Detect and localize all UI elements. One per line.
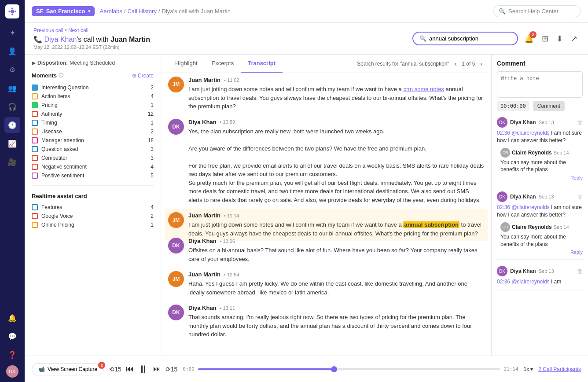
nav-chat-icon[interactable]: 💬 [4,328,20,344]
moment-checkbox[interactable] [32,173,38,179]
moment-count: 4 [151,93,154,99]
chevron-down-icon: ▾ [530,366,533,372]
forward-15-button[interactable]: ⟳15 [165,366,178,373]
pause-button[interactable]: ⏸ [138,363,149,375]
comment-delete-button[interactable]: 🗑 [577,193,583,200]
prev-call-link[interactable]: Previous call [33,27,63,33]
moment-checkbox[interactable] [32,213,38,219]
moment-checkbox[interactable] [32,137,38,143]
comment-date: Sep 13 [539,268,554,274]
realtime-item-features[interactable]: Features 4 [32,203,154,212]
nav-sparkle-icon[interactable]: ✦ [4,25,20,40]
moment-count: 2 [151,213,154,219]
breadcrumb-aerolabs[interactable]: Aerolabs [100,8,122,15]
skip-to-start-button[interactable]: ⏮ [126,364,134,374]
call-search-input[interactable] [429,35,511,42]
moments-title: Moments ⓘ [32,72,63,79]
participants-button[interactable]: 2 Call Participants [538,366,581,372]
moment-item-manager-attention[interactable]: Manager attention 18 [32,136,154,145]
comment-panel-title: Comment [497,60,583,67]
tab-excerpts[interactable]: Excerpts [205,55,241,73]
moment-count: 4 [151,204,154,210]
moment-checkbox[interactable] [32,129,38,135]
comment-delete-button[interactable]: 🗑 [577,119,583,126]
call-search-box[interactable]: 🔍 [412,32,518,45]
reply-button[interactable]: Reply [500,250,583,255]
help-search-box[interactable]: 🔍 Search Help Center [493,5,581,17]
moment-checkbox[interactable] [32,102,38,108]
user-avatar[interactable]: DK [6,365,18,378]
screen-capture-button[interactable]: 📹 View Screen Capture 2 [32,363,104,375]
svg-point-3 [8,11,10,12]
next-result-button[interactable]: › [478,59,484,68]
moment-item-authority[interactable]: Authority 12 [32,110,154,118]
nav-video-icon[interactable]: 🎥 [4,154,20,170]
moment-label: Positive sentiment [41,173,147,179]
skip-to-end-button[interactable]: ⏭ [153,364,161,374]
moment-checkbox[interactable] [32,222,38,228]
nav-bell-icon[interactable]: 🔔 [4,310,20,326]
moment-item-timing[interactable]: Timing 1 [32,118,154,127]
comment-timestamp-link[interactable]: 02:36 [497,204,510,210]
nav-headset-icon[interactable]: 🎧 [4,99,20,114]
app-logo[interactable] [5,4,19,18]
play-icon: ▶ [32,60,36,66]
tab-highlight[interactable]: Highlight [168,55,205,73]
moment-item-question-asked[interactable]: Question asked 3 [32,145,154,154]
comment-timestamp-link[interactable]: 02:36 [497,130,510,136]
create-moment-button[interactable]: ⊕ Create [132,73,154,79]
nav-settings-icon[interactable]: ⚙ [4,62,20,77]
nav-team-icon[interactable]: 👥 [4,80,20,96]
moment-checkbox[interactable] [32,120,38,126]
reply-button[interactable]: Reply [500,175,583,180]
progress-bar[interactable] [198,368,500,370]
message-time: • 11:02 [224,77,239,83]
callee-name: Juan Martin [110,36,150,43]
comment-mention: @clairereynolds [511,279,549,285]
nav-analytics-icon[interactable]: 📈 [4,136,20,151]
realtime-item-online-pricing[interactable]: Online Pricing 1 [32,220,154,229]
moment-checkbox[interactable] [32,84,38,91]
comment-mention: @clairereynolds [511,204,549,210]
comment-delete-button[interactable]: 🗑 [577,268,583,275]
moment-item-competitor[interactable]: Competitor 3 [32,154,154,162]
progress-thumb[interactable] [331,366,337,372]
prev-result-button[interactable]: ‹ [453,59,459,68]
workspace-name: San Francisco [46,8,85,15]
moment-item-positive-sentiment[interactable]: Positive sentiment 5 [32,171,154,180]
comment-submit-button[interactable]: Comment [533,101,565,111]
share-button[interactable]: ↗ [569,32,579,45]
crm-link[interactable]: crm some notes [403,86,444,92]
moment-checkbox[interactable] [32,111,38,117]
realtime-item-google-voice[interactable]: Google Voice 2 [32,212,154,220]
message-time: • 11:14 [224,213,239,218]
svg-point-0 [11,10,14,13]
nav-history-icon[interactable]: 🕐 [4,117,20,133]
breadcrumb-call-history[interactable]: Call History [127,8,156,15]
avatar: DK [168,119,184,135]
next-call-link[interactable]: Next call [68,27,88,33]
speed-control[interactable]: 1x ▾ [524,366,533,372]
notifications-button[interactable]: 🔔 2 [522,32,536,45]
nav-user-icon[interactable]: 👤 [4,43,20,59]
workspace-selector[interactable]: SF San Francisco ▾ [32,6,95,16]
comment-date: Sep 13 [539,120,554,125]
moment-checkbox[interactable] [32,204,38,210]
comment-timestamp-link[interactable]: 02:36 [497,279,510,285]
tab-transcript[interactable]: Transcript [241,55,283,73]
moment-item-pricing[interactable]: Pricing 1 [32,101,154,110]
rewind-15-button[interactable]: ⟲15 [109,366,121,373]
download-button[interactable]: ⬇ [555,32,565,45]
moment-checkbox[interactable] [32,93,38,99]
moment-item-negative-sentiment[interactable]: Negative sentiment 4 [32,162,154,171]
moment-item-action-items[interactable]: Action items 4 [32,92,154,101]
moment-item-usecase[interactable]: Usecase 2 [32,127,154,136]
comment-input[interactable] [497,71,583,98]
nav-help-icon[interactable]: ❓ [4,347,20,363]
add-column-button[interactable]: ⊞ [540,32,550,45]
moment-checkbox[interactable] [32,146,38,152]
moment-item-interesting-question[interactable]: Interesting Question 2 [32,83,154,92]
moment-checkbox[interactable] [32,155,38,161]
moment-checkbox[interactable] [32,164,38,170]
transcript-scroll[interactable]: JM Juan Martin • 11:02 I am just jotting… [161,73,491,356]
